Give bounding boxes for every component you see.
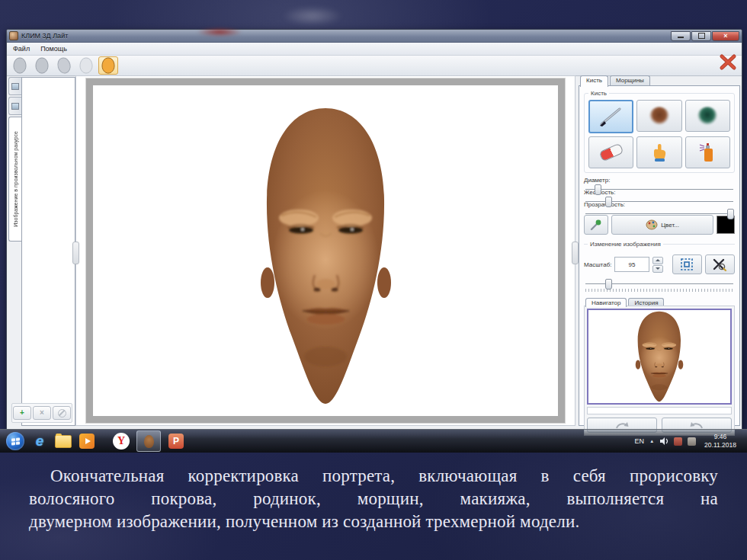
- windows-flag-icon: [11, 437, 20, 445]
- tab-navigator[interactable]: Навигатор: [585, 298, 627, 307]
- play-icon: [85, 438, 91, 444]
- powerpoint-letter: P: [173, 436, 179, 446]
- paintbrush-icon: [597, 105, 626, 128]
- sidebar-tab-arbitrary-view[interactable]: Изображение в произвольном ракурсе: [8, 117, 21, 242]
- caption-line-3: двумерном изображении, полученном из соз…: [29, 510, 718, 533]
- fit-selection-button[interactable]: [672, 254, 702, 274]
- left-tab-strip: Изображение в произвольном ракурсе: [8, 77, 21, 242]
- menu-file[interactable]: Файл: [13, 45, 30, 53]
- eraser-tool-button[interactable]: [588, 136, 633, 168]
- menu-help[interactable]: Помощь: [40, 45, 67, 53]
- maximize-button[interactable]: [691, 31, 711, 41]
- slider-thumb[interactable]: [605, 279, 612, 290]
- yandex-letter: Y: [117, 435, 125, 447]
- media-player-button[interactable]: [79, 433, 95, 450]
- slider-thumb[interactable]: [595, 184, 601, 195]
- tab-wrinkles[interactable]: Морщины: [610, 75, 650, 86]
- delete-x-icon: ×: [40, 409, 44, 417]
- arrow-down-icon: [656, 267, 660, 270]
- powerpoint-button[interactable]: P: [168, 433, 184, 450]
- view-2d-button[interactable]: [98, 56, 118, 75]
- plus-icon: +: [20, 409, 24, 417]
- hidden-icons-arrow-icon[interactable]: ▲: [649, 439, 654, 443]
- app-icon: [9, 31, 18, 40]
- powerpoint-icon: P: [168, 434, 184, 449]
- navigator-viewport[interactable]: [587, 309, 732, 405]
- caption-line-2: волосяного покрова, родинок, морщин, мак…: [29, 488, 718, 510]
- language-indicator[interactable]: EN: [635, 437, 645, 445]
- delete-fragment-button[interactable]: ×: [33, 406, 51, 420]
- clock-date: 20.11.2018: [704, 441, 736, 450]
- internet-explorer-button[interactable]: e: [31, 433, 48, 450]
- cube-icon: [11, 103, 19, 110]
- slide-background: КЛИМ 3Д Лайт × Файл Помощь: [0, 0, 747, 560]
- slide-caption: Окончательная корректировка портрета, вк…: [29, 465, 718, 533]
- portrait-canvas[interactable]: [86, 78, 565, 423]
- klim-app-taskbar-button[interactable]: [136, 430, 161, 452]
- spin-up-button[interactable]: [652, 257, 663, 264]
- scale-slider[interactable]: [584, 279, 735, 288]
- canvas-area[interactable]: [75, 75, 575, 426]
- arrow-up-icon: [656, 259, 660, 261]
- view-tilt-button[interactable]: [54, 56, 74, 75]
- scale-value-field[interactable]: 95: [614, 257, 649, 272]
- head-2d-icon: [101, 56, 116, 75]
- speaker-icon[interactable]: [659, 437, 668, 446]
- yandex-button[interactable]: Y: [113, 433, 130, 450]
- eraser-icon: [598, 143, 624, 162]
- slider-thumb[interactable]: [605, 197, 612, 207]
- menubar: Файл Помощь: [7, 43, 742, 56]
- app-window: КЛИМ 3Д Лайт × Файл Помощь: [6, 29, 742, 430]
- start-button[interactable]: [6, 432, 24, 450]
- sidebar-tab-3d[interactable]: [8, 97, 21, 115]
- diameter-label: Диаметр:: [584, 177, 735, 184]
- image-change-group: Изменение изображения Масштаб: 95: [584, 244, 735, 292]
- navigator-face-thumbnail: [635, 310, 684, 403]
- navigator-zoom-bar[interactable]: [587, 407, 732, 414]
- clear-fragment-button[interactable]: [53, 406, 71, 420]
- tab-brush[interactable]: Кисть: [580, 75, 608, 87]
- explorer-button[interactable]: [55, 433, 72, 450]
- view-front-button[interactable]: [10, 56, 30, 75]
- minimize-icon: [678, 37, 684, 38]
- background-smudge: [282, 6, 343, 26]
- close-button[interactable]: ×: [712, 31, 739, 41]
- red-cross-icon[interactable]: [719, 53, 737, 71]
- sidebar-tab-label: Изображение в произвольном ракурсе: [13, 131, 18, 227]
- spin-down-button[interactable]: [652, 265, 663, 273]
- caption-line-1: Окончательная корректировка портрета, вк…: [29, 465, 718, 488]
- fragment-list-panel[interactable]: [21, 77, 75, 426]
- image-thumb-icon: [11, 83, 19, 90]
- zoom-cross-icon: [712, 258, 727, 271]
- tray-app-icon-1[interactable]: [674, 437, 682, 446]
- portrait-face-image: [259, 104, 393, 408]
- zoom-reset-button[interactable]: [705, 254, 735, 274]
- clock-time: 9:46: [704, 433, 736, 441]
- view-turn-button[interactable]: [32, 56, 52, 75]
- smudge-brown-tool-button[interactable]: [636, 100, 681, 132]
- scale-label: Масштаб:: [584, 261, 611, 268]
- spray-tool-button[interactable]: [685, 136, 730, 168]
- tray-app-icon-2[interactable]: [688, 437, 696, 446]
- folder-icon: [55, 435, 72, 448]
- eyedropper-icon: [589, 218, 603, 232]
- eyedropper-button[interactable]: [584, 215, 608, 235]
- image-change-label: Изменение изображения: [588, 241, 663, 248]
- view-ghost-button[interactable]: [76, 56, 96, 75]
- finger-tool-button[interactable]: [636, 136, 681, 168]
- paintbrush-tool-button[interactable]: [588, 100, 633, 133]
- finger-icon: [651, 142, 668, 162]
- splitter-grip-right[interactable]: [572, 242, 579, 264]
- add-fragment-button[interactable]: +: [13, 406, 31, 420]
- splitter-grip-left[interactable]: [72, 242, 79, 264]
- titlebar[interactable]: КЛИМ 3Д Лайт ×: [7, 30, 742, 43]
- slider-thumb[interactable]: [727, 209, 734, 219]
- minimize-button[interactable]: [671, 31, 691, 41]
- forbidden-icon: [58, 409, 66, 418]
- sidebar-tab-image[interactable]: [8, 77, 21, 95]
- smudge-green-tool-button[interactable]: [685, 100, 730, 132]
- right-panel: Кисть Морщины Кисть: [579, 75, 740, 426]
- color-picker-button[interactable]: Цвет...: [611, 215, 713, 235]
- clock[interactable]: 9:46 20.11.2018: [701, 433, 742, 449]
- media-player-icon: [79, 434, 95, 449]
